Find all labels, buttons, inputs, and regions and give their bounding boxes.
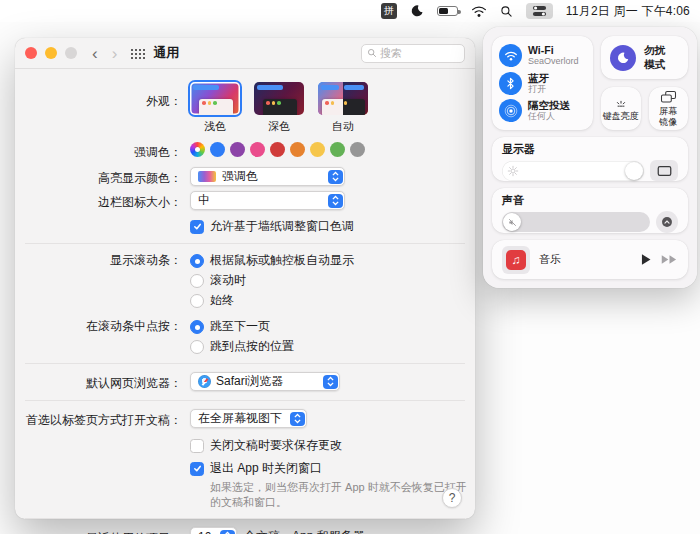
appearance-option-dark[interactable]: 深色 [254,82,304,134]
do-not-disturb-toggle[interactable]: 勿扰 模式 [601,36,688,79]
fast-forward-button[interactable] [661,254,678,265]
wifi-toggle[interactable]: Wi-Fi SeaOverlord [499,44,586,67]
appearance-option-auto[interactable]: 自动 [318,82,368,134]
radio-label: 滚动时 [210,272,246,289]
search-input[interactable]: 搜索 [361,44,465,63]
music-app-tile[interactable]: ♫ [502,246,530,274]
battery-icon[interactable] [437,6,458,16]
radio-icon [190,340,204,354]
highlight-color-dropdown[interactable]: 强调色 [190,167,345,186]
stepper-icon [323,375,338,389]
recent-items-row: 最近使用的项目： 10 个文稿、App 和服务器 [15,527,475,534]
wifi-icon[interactable] [471,5,487,18]
sidebar-icon-size-dropdown[interactable]: 中 [190,191,345,210]
system-preferences-window: ‹ › 通用 搜索 外观： 浅色 [15,38,475,519]
spacer [15,437,190,440]
menu-bar-clock[interactable]: 11月2日 周一 下午4:06 [566,3,690,20]
divider [25,518,465,519]
airdrop-title: 隔空投送 [528,99,570,111]
default-browser-dropdown[interactable]: Safari浏览器 [190,372,340,391]
show-scrollbars-label: 显示滚动条： [15,252,190,269]
appearance-option-light[interactable]: 浅色 [190,82,240,134]
input-method-icon[interactable]: 拼 [381,3,397,19]
spacer [15,218,190,221]
recent-items-dropdown[interactable]: 10 [190,527,237,534]
close-windows-checkbox[interactable]: 退出 App 时关闭窗口 [190,460,322,477]
display-brightness-slider[interactable] [502,161,644,181]
scrollbar-auto-radio[interactable]: 根据鼠标或触控板自动显示 [190,252,354,269]
sidebar-icon-size-row: 边栏图标大小： 中 [15,191,475,211]
default-browser-row: 默认网页浏览器： Safari浏览器 [15,372,475,392]
airdrop-toggle[interactable]: 隔空投送 任何人 [499,99,586,122]
wallpaper-tint-row: 允许基于墙纸调整窗口色调 [15,218,475,235]
checkbox-unchecked-icon [190,439,204,453]
radio-label: 始终 [210,292,234,309]
show-all-grid-icon[interactable] [130,48,145,59]
general-pane: 外观： 浅色 深色 [15,69,475,519]
zoom-button[interactable] [65,47,77,59]
jump-to-spot-radio[interactable]: 跳到点按的位置 [190,338,294,355]
close-button[interactable] [25,47,37,59]
screen-mirroring-button[interactable]: 屏幕 镜像 [649,87,689,130]
thumb-menubar [193,85,219,90]
menu-bar: 拼 11月2日 周一 下午4:06 [0,0,700,22]
forward-button[interactable]: › [105,45,125,62]
wifi-icon [499,44,522,67]
wallpaper-tint-checkbox[interactable]: 允许基于墙纸调整窗口色调 [190,218,354,235]
appearance-row: 外观： 浅色 深色 [15,82,475,134]
minimize-button[interactable] [45,47,57,59]
bluetooth-toggle[interactable]: 蓝牙 打开 [499,72,586,95]
display-slider-knob[interactable] [625,162,643,180]
ask-keep-changes-label: 关闭文稿时要求保存更改 [210,437,342,454]
bluetooth-status: 打开 [528,84,549,95]
scrollbar-when-scrolling-radio[interactable]: 滚动时 [190,272,354,289]
accent-green[interactable] [330,142,345,157]
recent-items-value: 10 [198,530,211,534]
accent-pink[interactable] [250,142,265,157]
airdrop-icon [499,99,522,122]
search-placeholder: 搜索 [380,46,402,61]
accent-yellow[interactable] [310,142,325,157]
highlight-color-row: 高亮显示颜色： 强调色 [15,167,475,187]
sidebar-icon-size-label: 边栏图标大小： [15,191,190,211]
thumb-window [199,99,233,115]
accent-purple[interactable] [230,142,245,157]
play-button[interactable] [640,253,652,266]
thumb-menubar [257,85,283,90]
search-icon[interactable] [500,5,513,18]
sound-output-button[interactable] [656,211,678,233]
ask-keep-changes-checkbox[interactable]: 关闭文稿时要求保存更改 [190,437,342,454]
checkbox-checked-icon [190,220,204,234]
screen-mirroring-icon [660,90,677,104]
accent-blue[interactable] [210,142,225,157]
recent-items-label: 最近使用的项目： [15,527,190,534]
accent-multicolor[interactable] [190,142,205,157]
accent-gray[interactable] [350,142,365,157]
accent-orange[interactable] [290,142,305,157]
jump-next-page-radio[interactable]: 跳至下一页 [190,318,294,335]
ask-keep-changes-row: 关闭文稿时要求保存更改 [15,437,475,454]
scrollbar-click-options: 跳至下一页 跳到点按的位置 [190,318,294,355]
safari-icon [198,375,211,388]
radio-label: 根据鼠标或触控板自动显示 [210,252,354,269]
thumb-light-half [318,82,343,115]
bluetooth-icon [499,72,522,95]
accent-red[interactable] [270,142,285,157]
scrollbar-always-radio[interactable]: 始终 [190,292,354,309]
sound-slider-knob[interactable] [503,213,521,231]
help-button[interactable]: ? [442,488,462,508]
prefer-tabs-row: 首选以标签页方式打开文稿： 在全屏幕视图下 [15,409,475,429]
keyboard-brightness-button[interactable]: 键盘亮度 [601,87,641,130]
music-card: ♫ 音乐 [492,240,688,279]
moon-icon[interactable] [410,4,424,18]
dark-mode-thumbnail [254,82,304,115]
prefer-tabs-dropdown[interactable]: 在全屏幕视图下 [190,409,307,428]
display-settings-button[interactable] [650,160,678,181]
control-center-icon[interactable] [526,3,553,19]
sound-volume-slider[interactable] [502,212,650,232]
back-button[interactable]: ‹ [85,45,105,62]
light-mode-label: 浅色 [190,119,240,134]
screen-mirroring-label-line2: 镜像 [659,117,677,127]
wifi-title: Wi-Fi [528,44,579,56]
divider [25,243,465,244]
